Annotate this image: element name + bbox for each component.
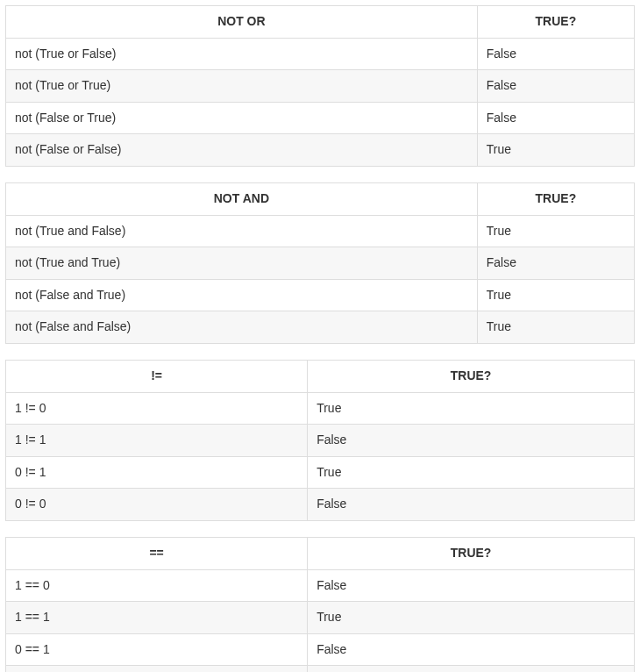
cell-expr: 1 != 0 [6,392,308,425]
table-row: 1 == 1True [6,602,635,634]
cell-result: True [308,602,635,634]
table-row: 1 != 0True [6,392,635,425]
table-row: 0 != 0False [6,489,635,521]
table-row: not (False or True)False [6,102,635,134]
table-row: 0 != 1True [6,456,635,489]
col-header-result: TRUE? [308,360,635,392]
table-neq: != TRUE? 1 != 0True 1 != 1False 0 != 1Tr… [5,360,635,521]
col-header-expr: NOT OR [6,6,478,39]
col-header-expr: != [6,360,308,392]
cell-expr: 1 == 1 [6,602,308,634]
col-header-expr: == [6,537,308,569]
table-row: not (False and False)True [6,311,635,344]
table-row: not (True or False)False [6,38,635,70]
cell-expr: not (True and True) [6,247,478,280]
cell-expr: 0 == 0 [6,666,308,672]
cell-result: False [477,247,634,280]
table-eq: == TRUE? 1 == 0False 1 == 1True 0 == 1Fa… [5,537,635,672]
cell-result: False [308,633,635,666]
cell-expr: 1 != 1 [6,425,308,457]
cell-expr: not (False and False) [6,311,478,344]
cell-expr: 0 != 0 [6,489,308,521]
cell-result: True [308,456,635,489]
table-header-row: NOT OR TRUE? [6,6,635,39]
cell-result: False [308,425,635,457]
table-row: 0 == 0True [6,666,635,672]
cell-expr: 1 == 0 [6,569,308,602]
table-header-row: != TRUE? [6,360,635,392]
table-row: not (True and True)False [6,247,635,280]
cell-result: True [477,311,634,344]
cell-result: True [308,666,635,672]
table-row: 0 == 1False [6,633,635,666]
table-header-row: NOT AND TRUE? [6,182,635,215]
table-row: not (False and True)True [6,279,635,311]
col-header-result: TRUE? [308,537,635,569]
table-row: not (True and False)True [6,215,635,247]
table-row: not (True or True)False [6,70,635,103]
table-header-row: == TRUE? [6,537,635,569]
table-row: 1 == 0False [6,569,635,602]
cell-expr: 0 == 1 [6,633,308,666]
col-header-expr: NOT AND [6,182,478,215]
cell-expr: not (False or False) [6,134,478,167]
cell-result: False [477,70,634,103]
cell-expr: not (False and True) [6,279,478,311]
cell-result: False [477,38,634,70]
table-row: 1 != 1False [6,425,635,457]
cell-result: False [308,489,635,521]
col-header-result: TRUE? [477,182,634,215]
cell-expr: not (True and False) [6,215,478,247]
cell-result: True [477,215,634,247]
table-not-or: NOT OR TRUE? not (True or False)False no… [5,5,635,167]
cell-expr: not (True or True) [6,70,478,103]
cell-expr: not (False or True) [6,102,478,134]
cell-expr: not (True or False) [6,38,478,70]
cell-result: True [308,392,635,425]
table-row: not (False or False)True [6,134,635,167]
cell-result: True [477,279,634,311]
cell-expr: 0 != 1 [6,456,308,489]
col-header-result: TRUE? [477,6,634,39]
cell-result: False [477,102,634,134]
cell-result: True [477,134,634,167]
cell-result: False [308,569,635,602]
table-not-and: NOT AND TRUE? not (True and False)True n… [5,182,635,344]
